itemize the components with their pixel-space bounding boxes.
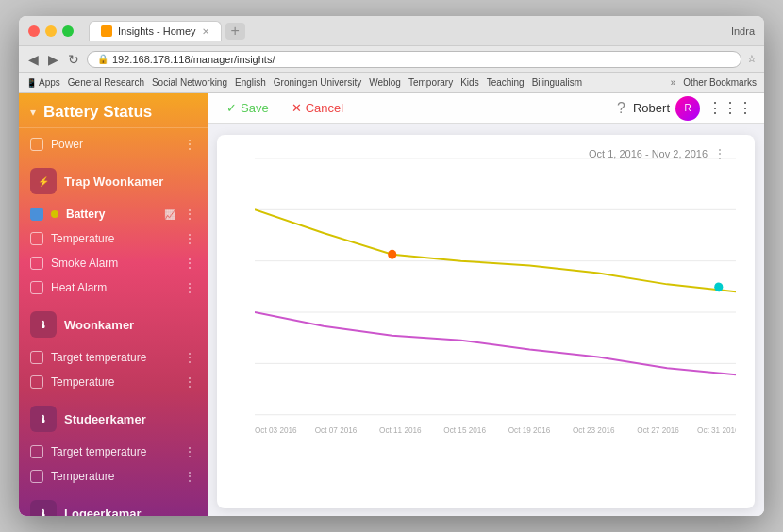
bookmark-kids[interactable]: Kids [460,77,478,88]
browser-window: Insights - Homey ✕ + Indra ◀ ▶ ↻ 🔒 192.1… [19,16,764,516]
studeerkamer-section-title: Studeerkamer [64,412,146,426]
tab-favicon [101,25,112,37]
tab-close-icon[interactable]: ✕ [202,26,209,37]
woonkamer-temp-more-icon[interactable]: ⋮ [183,374,196,390]
sidebar-item-heat-alarm[interactable]: Heat Alarm ⋮ [19,275,208,300]
traffic-lights [28,25,74,37]
heat-alarm-more-icon[interactable]: ⋮ [183,280,196,295]
minimize-button[interactable] [45,25,57,37]
cancel-button[interactable]: ✕ Cancel [284,98,351,118]
trap-section-title: Trap Woonkamer [64,175,163,189]
user-avatar[interactable]: R [675,96,700,121]
user-name: Robert [633,101,670,115]
bookmark-english[interactable]: English [235,77,266,88]
sidebar-item-woonkamer-temp[interactable]: Temperature ⋮ [19,370,208,394]
back-button[interactable]: ◀ [26,52,41,67]
studeerkamer-items: Target temperature ⋮ Temperature ⋮ [19,436,208,492]
woonkamer-target-more-icon[interactable]: ⋮ [183,350,196,365]
logeerkamar-section-title: Logeerkamar [64,507,142,517]
sidebar-item-woonkamer-target[interactable]: Target temperature ⋮ [19,345,208,370]
bookmark-temporary[interactable]: Temporary [408,77,453,88]
sidebar-item-power[interactable]: Power ⋮ [19,132,208,157]
bookmark-teaching[interactable]: Teaching [487,77,525,88]
woonkamer-temp-checkbox[interactable] [30,375,43,389]
sidebar-item-studeerkamer-temp[interactable]: Temperature ⋮ [19,464,208,489]
logeerkamar-section-icon: 🌡 [30,500,57,516]
bookmark-groningen[interactable]: Groningen University [274,77,361,88]
battery-color-dot [51,210,58,218]
bookmark-buttons: ☆ [747,53,757,65]
bookmark-social[interactable]: Social Networking [152,77,227,88]
section-studeerkamer-header: 🌡 Studeerkamer [19,398,208,436]
x-label-oct27: Oct 27 2016 [637,425,679,435]
studeerkamer-target-label: Target temperature [51,445,175,458]
cancel-icon: ✕ [292,101,302,115]
chart-date-range: Oct 1, 2016 - Nov 2, 2016 ⋮ [589,146,726,161]
studeerkamer-temp-label: Temperature [51,470,175,483]
tab-label: Insights - Homey [118,25,196,37]
chart-svg-wrapper: 20 40 60 80 100 120 [255,154,736,471]
chart-more-icon[interactable]: ⋮ [713,146,726,161]
refresh-button[interactable]: ↻ [66,52,81,67]
chart-container: Oct 1, 2016 - Nov 2, 2016 ⋮ 20 4 [217,135,755,508]
section-logeerkamar-header: 🌡 Logeerkamar [19,492,208,516]
teal-dot [714,282,723,291]
sidebar-chevron-icon[interactable]: ▾ [30,106,36,119]
save-button[interactable]: ✓ Save [219,98,276,118]
sidebar-header: ▾ Battery Status [19,93,208,128]
close-button[interactable] [28,25,40,37]
battery-checkbox[interactable] [30,208,43,221]
url-box[interactable]: 🔒 192.168.178.118/manager/insights/ [87,51,741,68]
woonkamer-target-checkbox[interactable] [30,351,43,364]
temperature-checkbox[interactable] [30,232,43,245]
grid-icon[interactable]: ⋮⋮⋮ [708,99,753,117]
studeerkamer-temp-more-icon[interactable]: ⋮ [183,469,196,484]
woonkamer-target-label: Target temperature [51,351,175,364]
forward-button[interactable]: ▶ [46,52,60,67]
battery-label: Battery [66,208,157,221]
new-tab-button[interactable]: + [225,23,245,40]
woonkamer-section-icon: 🌡 [30,311,57,338]
studeerkamer-section-icon: 🌡 [30,406,57,432]
x-label-oct31: Oct 31 2016 [697,425,736,435]
sidebar-item-smoke-alarm[interactable]: Smoke Alarm ⋮ [19,251,208,275]
active-tab[interactable]: Insights - Homey ✕ [89,21,222,41]
help-button[interactable]: ? [617,100,625,117]
sidebar-item-temperature[interactable]: Temperature ⋮ [19,226,208,251]
browser-user-label: Indra [731,25,755,37]
maximize-button[interactable] [62,25,74,37]
studeerkamer-target-checkbox[interactable] [30,445,43,458]
smoke-alarm-label: Smoke Alarm [51,257,175,270]
woonkamer-section-title: Woonkamer [64,318,134,332]
bookmark-other[interactable]: Other Bookmarks [683,77,757,88]
battery-more-icon[interactable]: ⋮ [183,207,196,222]
temperature-more-icon[interactable]: ⋮ [183,231,196,246]
smoke-alarm-more-icon[interactable]: ⋮ [183,256,196,271]
address-bar: ◀ ▶ ↻ 🔒 192.168.178.118/manager/insights… [19,46,764,73]
x-label-oct03: Oct 03 2016 [255,425,297,435]
battery-graph-icon: 📈 [164,209,175,220]
heat-alarm-checkbox[interactable] [30,281,43,294]
sidebar-item-battery[interactable]: Battery 📈 ⋮ [19,202,208,226]
chart-svg: 20 40 60 80 100 120 [255,154,736,471]
smoke-alarm-checkbox[interactable] [30,257,43,270]
woonkamer-temp-label: Temperature [51,375,175,389]
bookmark-weblog[interactable]: Weblog [369,77,401,88]
bookmark-apps[interactable]: 📱 Apps [26,77,60,88]
lock-icon: 🔒 [97,54,108,64]
studeerkamer-target-more-icon[interactable]: ⋮ [183,444,196,459]
bookmark-general[interactable]: General Research [68,77,144,88]
power-checkbox[interactable] [30,138,43,151]
sidebar-item-studeerkamer-target[interactable]: Target temperature ⋮ [19,440,208,464]
studeerkamer-temp-checkbox[interactable] [30,470,43,483]
user-area: Robert R [633,96,700,121]
star-icon[interactable]: ☆ [747,53,757,65]
date-range-text: Oct 1, 2016 - Nov 2, 2016 [589,148,708,159]
url-text: 192.168.178.118/manager/insights/ [112,54,275,65]
temperature-label: Temperature [51,232,175,245]
power-more-icon[interactable]: ⋮ [183,137,196,152]
x-label-oct23: Oct 23 2016 [573,425,615,435]
bookmark-more[interactable]: » [671,77,676,88]
bookmark-bilingualism[interactable]: Bilingualism [532,77,582,88]
cancel-label: Cancel [306,101,343,115]
